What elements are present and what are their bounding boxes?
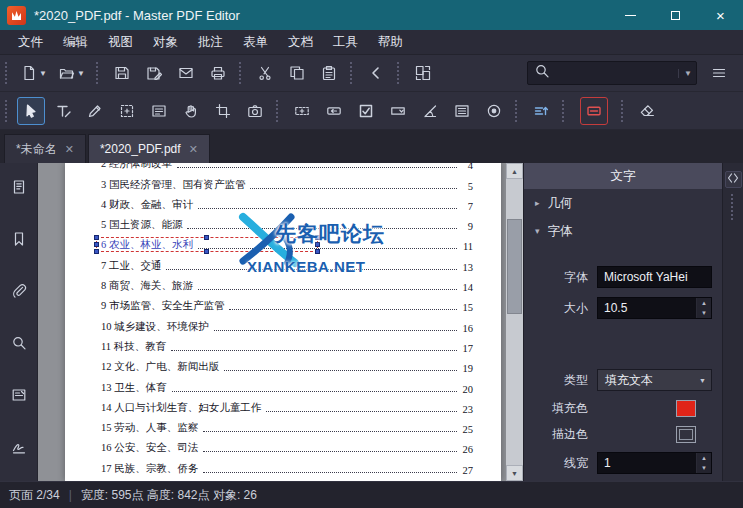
toc-row[interactable]: 16 公安、安全、司法26: [101, 438, 473, 458]
attachments-panel-button[interactable]: [6, 280, 32, 306]
new-document-button[interactable]: ▼: [17, 59, 51, 87]
listbox-field-button[interactable]: [448, 97, 476, 125]
spin-down-icon[interactable]: ▼: [697, 308, 711, 318]
redact-button[interactable]: [580, 97, 608, 125]
toc-row[interactable]: 6 农业、林业、水利11: [101, 235, 473, 255]
menu-item-3[interactable]: 对象: [143, 30, 188, 54]
search-panel-button[interactable]: [6, 332, 32, 358]
edit-text-button[interactable]: [49, 97, 77, 125]
toolbar-overflow-button[interactable]: [705, 59, 733, 87]
tab-close-icon[interactable]: ✕: [189, 143, 198, 156]
font-size-input[interactable]: 10.5 ▲▼: [597, 297, 712, 319]
section-geometry[interactable]: ▸ 几何: [524, 189, 722, 217]
save-button[interactable]: [108, 59, 136, 87]
tab-close-icon[interactable]: ✕: [65, 143, 74, 156]
edit-forms-button[interactable]: [145, 97, 173, 125]
selection-handle[interactable]: [315, 242, 320, 247]
font-size-spinner[interactable]: ▲▼: [696, 298, 711, 318]
signatures-panel-button[interactable]: [6, 436, 32, 462]
selection-handle[interactable]: [94, 235, 99, 240]
cut-button[interactable]: [251, 59, 279, 87]
line-width-spinner[interactable]: ▲▼: [696, 453, 711, 473]
document-tab[interactable]: *未命名✕: [4, 134, 86, 163]
edit-object-button[interactable]: [81, 97, 109, 125]
snapshot-button[interactable]: [241, 97, 269, 125]
toc-row[interactable]: 8 商贸、海关、旅游14: [101, 276, 473, 296]
spin-up-icon[interactable]: ▲: [697, 453, 711, 463]
toc-row[interactable]: 17 民族、宗教、侨务27: [101, 458, 473, 478]
toc-row[interactable]: 4 财政、金融、审计7: [101, 195, 473, 215]
text-field-button[interactable]: [288, 97, 316, 125]
back-arrow-button[interactable]: [362, 59, 390, 87]
maximize-button[interactable]: [653, 0, 698, 30]
button-field-button[interactable]: [320, 97, 348, 125]
menu-item-7[interactable]: 工具: [323, 30, 368, 54]
bookmarks-panel-button[interactable]: [6, 228, 32, 254]
select-area-button[interactable]: [113, 97, 141, 125]
spin-down-icon[interactable]: ▼: [697, 463, 711, 473]
selection-handle[interactable]: [204, 235, 209, 240]
copy-button[interactable]: [283, 59, 311, 87]
paste-button[interactable]: [315, 59, 343, 87]
toc-row[interactable]: 9 市场监管、安全生产监管15: [101, 296, 473, 316]
selection-handle[interactable]: [94, 242, 99, 247]
eraser-button[interactable]: [633, 97, 661, 125]
scrollbar-thumb[interactable]: [507, 219, 522, 314]
toc-row[interactable]: 13 卫生、体育20: [101, 377, 473, 397]
close-button[interactable]: ×: [698, 0, 743, 30]
search-box[interactable]: ▼: [527, 61, 697, 85]
selection-handle[interactable]: [94, 249, 99, 254]
menu-item-6[interactable]: 文档: [278, 30, 323, 54]
pdf-page[interactable]: 2 经济体制改革43 国民经济管理、国有资产监管54 财政、金融、审计75 国土…: [65, 163, 501, 481]
minimize-button[interactable]: [608, 0, 653, 30]
select-cursor-button[interactable]: [17, 97, 45, 125]
panel-drag-handle[interactable]: [731, 194, 735, 220]
scrollbar-track[interactable]: [506, 179, 523, 465]
fill-type-dropdown[interactable]: 填充文本 ▼: [597, 369, 712, 391]
measure-angle-button[interactable]: [416, 97, 444, 125]
search-dropdown-caret-icon[interactable]: ▼: [678, 69, 692, 78]
menu-item-0[interactable]: 文件: [8, 30, 53, 54]
line-width-input[interactable]: 1 ▲▼: [597, 452, 712, 474]
toc-row[interactable]: 7 工业、交通13: [101, 255, 473, 275]
replace-pages-button[interactable]: [409, 59, 437, 87]
menu-item-8[interactable]: 帮助: [368, 30, 413, 54]
toc-row[interactable]: 12 文化、广电、新闻出版19: [101, 357, 473, 377]
stroke-color-swatch[interactable]: [676, 426, 696, 443]
menu-item-4[interactable]: 批注: [188, 30, 233, 54]
print-button[interactable]: [204, 59, 232, 87]
arrange-objects-button[interactable]: [527, 97, 555, 125]
menu-item-1[interactable]: 编辑: [53, 30, 98, 54]
email-button[interactable]: [172, 59, 200, 87]
toc-row[interactable]: 10 城乡建设、环境保护16: [101, 316, 473, 336]
collapse-panel-button[interactable]: [725, 171, 742, 188]
document-tab[interactable]: *2020_PDF.pdf✕: [88, 134, 210, 163]
checkbox-field-button[interactable]: [352, 97, 380, 125]
toc-row[interactable]: 11 科技、教育17: [101, 337, 473, 357]
vertical-scrollbar[interactable]: ▲ ▼: [506, 163, 523, 481]
combobox-field-button[interactable]: [384, 97, 412, 125]
selection-handle[interactable]: [204, 249, 209, 254]
hand-pan-button[interactable]: [177, 97, 205, 125]
toc-row[interactable]: 3 国民经济管理、国有资产监管5: [101, 174, 473, 194]
pages-panel-button[interactable]: [6, 176, 32, 202]
form-fields-panel-button[interactable]: [6, 384, 32, 410]
spin-up-icon[interactable]: ▲: [697, 298, 711, 308]
toc-row[interactable]: 2 经济体制改革4: [101, 163, 473, 174]
selection-handle[interactable]: [315, 249, 320, 254]
open-folder-button[interactable]: ▼: [55, 59, 89, 87]
save-as-button[interactable]: [140, 59, 168, 87]
fill-color-swatch[interactable]: [676, 400, 696, 417]
toc-row[interactable]: 15 劳动、人事、监察25: [101, 418, 473, 438]
radio-field-button[interactable]: [480, 97, 508, 125]
menu-item-5[interactable]: 表单: [233, 30, 278, 54]
font-name-input[interactable]: Microsoft YaHei: [597, 266, 712, 288]
scroll-down-button[interactable]: ▼: [506, 465, 523, 481]
selection-handle[interactable]: [315, 235, 320, 240]
scroll-up-button[interactable]: ▲: [506, 163, 523, 179]
toc-row[interactable]: 14 人口与计划生育、妇女儿童工作23: [101, 398, 473, 418]
toc-row[interactable]: 5 国土资源、能源9: [101, 215, 473, 235]
section-font[interactable]: ▾ 字体: [524, 217, 722, 245]
search-input[interactable]: [554, 66, 674, 80]
menu-item-2[interactable]: 视图: [98, 30, 143, 54]
